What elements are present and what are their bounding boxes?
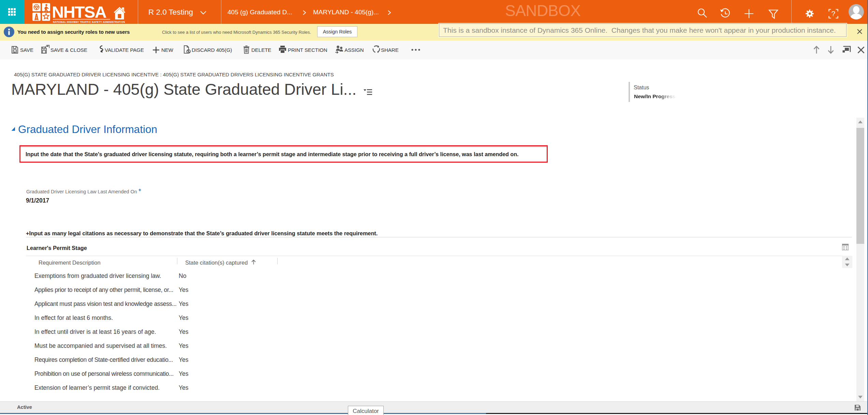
svg-text:NHTSA: NHTSA bbox=[52, 3, 106, 21]
svg-text:?: ? bbox=[832, 10, 836, 17]
svg-text:NATIONAL HIGHWAY TRAFFIC SAFET: NATIONAL HIGHWAY TRAFFIC SAFETY ADMINIST… bbox=[53, 21, 125, 23]
